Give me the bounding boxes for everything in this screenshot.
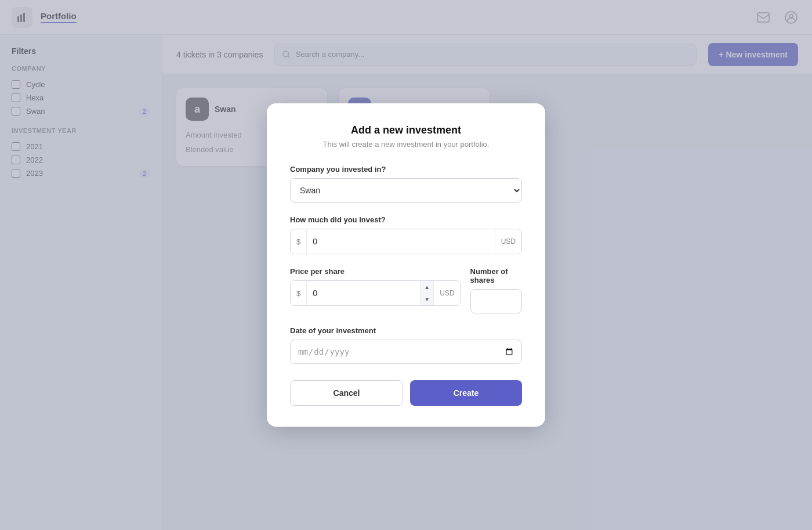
modal: Add a new investment This will create a … (267, 103, 545, 427)
modal-actions: Cancel Create (290, 380, 522, 406)
price-input-wrapper: $ ▲ ▼ USD (290, 280, 461, 306)
price-form-group: Price per share $ ▲ ▼ USD (290, 267, 461, 313)
shares-row: Price per share $ ▲ ▼ USD Number of shar… (290, 267, 522, 326)
cancel-button[interactable]: Cancel (290, 380, 403, 406)
shares-input[interactable] (470, 289, 522, 313)
date-input[interactable] (290, 340, 522, 364)
price-decrement-button[interactable]: ▼ (420, 293, 433, 305)
invest-input-wrapper: $ USD (290, 229, 522, 254)
price-increment-button[interactable]: ▲ (420, 281, 433, 293)
create-button[interactable]: Create (410, 380, 522, 406)
price-currency: USD (433, 281, 460, 305)
invest-input[interactable] (307, 229, 494, 254)
invest-prefix: $ (291, 229, 307, 254)
modal-title: Add a new investment (290, 124, 522, 136)
modal-subtitle: This will create a new investment in you… (290, 140, 522, 149)
price-stepper: ▲ ▼ (420, 281, 433, 305)
price-label: Price per share (290, 267, 461, 276)
invest-form-group: How much did you invest? $ USD (290, 215, 522, 254)
shares-label: Number of shares (470, 267, 522, 284)
price-input[interactable] (307, 281, 420, 305)
date-label: Date of your investment (290, 326, 522, 335)
invest-label: How much did you invest? (290, 215, 522, 224)
date-form-group: Date of your investment (290, 326, 522, 364)
invest-currency: USD (495, 229, 521, 254)
company-label: Company you invested in? (290, 165, 522, 174)
price-prefix: $ (291, 281, 307, 305)
modal-overlay: Add a new investment This will create a … (0, 0, 812, 530)
shares-form-group: Number of shares (470, 267, 522, 313)
company-form-group: Company you invested in? Swan Cycle Hexa (290, 165, 522, 203)
company-select[interactable]: Swan Cycle Hexa (290, 178, 522, 203)
